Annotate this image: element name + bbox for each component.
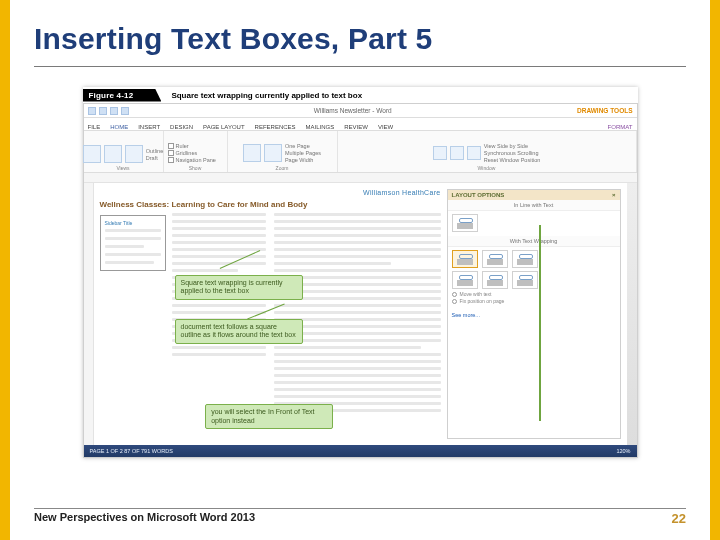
- hundred-pct-icon[interactable]: [264, 144, 282, 162]
- status-bar: PAGE 1 OF 2 87 OF 791 WORDS 120%: [84, 445, 637, 457]
- option-tight-wrap[interactable]: [482, 250, 508, 268]
- page-surface[interactable]: Williamson HealthCare Wellness Classes: …: [94, 183, 627, 445]
- zoom-icon[interactable]: [243, 144, 261, 162]
- tab-home[interactable]: HOME: [110, 124, 128, 130]
- tab-insert[interactable]: INSERT: [138, 124, 160, 130]
- word-titlebar: Williams Newsletter - Word DRAWING TOOLS: [84, 104, 637, 118]
- brand-text: Williamson HealthCare: [363, 189, 441, 196]
- ribbon: Outline Draft Views Ruler Gridlines Navi…: [84, 131, 637, 173]
- accent-bar-left: [0, 0, 10, 540]
- show-group-label: Show: [189, 164, 202, 172]
- web-layout-icon[interactable]: [125, 145, 143, 163]
- footer-text: New Perspectives on Microsoft Word 2013: [34, 511, 255, 526]
- word-icon: [88, 107, 96, 115]
- draft-label[interactable]: Draft: [146, 155, 163, 161]
- see-more-link[interactable]: See more...: [448, 310, 620, 320]
- quick-access-toolbar[interactable]: [88, 107, 129, 115]
- document-title: Williams Newsletter - Word: [129, 107, 578, 114]
- tight-wrap-icon: [486, 253, 504, 265]
- figure-wrap: Figure 4-12 Square text wrapping current…: [83, 87, 638, 458]
- tab-view[interactable]: VIEW: [378, 124, 393, 130]
- undo-icon[interactable]: [110, 107, 118, 115]
- multi-pages-label[interactable]: Multiple Pages: [285, 150, 321, 156]
- wrap-section-label: With Text Wrapping: [448, 236, 620, 247]
- views-group-label: Views: [116, 164, 129, 172]
- ruler-checkbox[interactable]: Ruler: [168, 143, 189, 149]
- status-zoom[interactable]: 120%: [616, 448, 630, 454]
- redo-icon[interactable]: [121, 107, 129, 115]
- status-left: PAGE 1 OF 2 87 OF 791 WORDS: [90, 448, 173, 454]
- in-front-text-icon: [516, 274, 534, 286]
- slide-content: Figure 4-12 Square text wrapping current…: [34, 87, 686, 458]
- vertical-ruler[interactable]: [84, 183, 94, 445]
- section-heading: Wellness Classes: Learning to Care for M…: [100, 200, 441, 209]
- save-icon[interactable]: [99, 107, 107, 115]
- reset-pos-label[interactable]: Reset Window Position: [484, 157, 541, 163]
- option-top-bottom-wrap[interactable]: [452, 271, 478, 289]
- behind-text-icon: [486, 274, 504, 286]
- read-mode-icon[interactable]: [83, 145, 101, 163]
- tab-file[interactable]: FILE: [88, 124, 101, 130]
- scrollbar-vertical[interactable]: [627, 183, 637, 445]
- new-window-icon[interactable]: [433, 146, 447, 160]
- radio-fix-position[interactable]: Fix position on page: [452, 298, 616, 304]
- close-icon[interactable]: ×: [612, 192, 616, 198]
- ribbon-group-views: Outline Draft Views: [84, 131, 164, 172]
- top-bottom-wrap-icon: [456, 274, 474, 286]
- gridlines-checkbox[interactable]: Gridlines: [168, 150, 198, 156]
- tab-design[interactable]: DESIGN: [170, 124, 193, 130]
- contextual-tab-group: DRAWING TOOLS: [577, 107, 633, 114]
- slide-number: 22: [672, 511, 686, 526]
- square-wrap-icon: [456, 253, 474, 265]
- figure-caption-bar: Figure 4-12 Square text wrapping current…: [83, 87, 638, 103]
- slide-title: Inserting Text Boxes, Part 5: [34, 18, 686, 67]
- sync-scroll-label[interactable]: Synchronous Scrolling: [484, 150, 541, 156]
- inline-section-label: In Line with Text: [448, 200, 620, 211]
- print-layout-icon[interactable]: [104, 145, 122, 163]
- option-in-front-text[interactable]: [512, 271, 538, 289]
- arrange-all-icon[interactable]: [450, 146, 464, 160]
- navpane-checkbox[interactable]: Navigation Pane: [168, 157, 216, 163]
- outline-label[interactable]: Outline: [146, 148, 163, 154]
- tab-page-layout[interactable]: PAGE LAYOUT: [203, 124, 244, 130]
- layout-options-panel: LAYOUT OPTIONS × In Line with Text With …: [447, 189, 621, 439]
- callout-text-flow: document text follows a square outline a…: [175, 319, 303, 344]
- option-behind-text[interactable]: [482, 271, 508, 289]
- tab-references[interactable]: REFERENCES: [255, 124, 296, 130]
- zoom-group-label: Zoom: [276, 164, 289, 172]
- tab-mailings[interactable]: MAILINGS: [306, 124, 335, 130]
- window-group-label: Window: [478, 164, 496, 172]
- textbox-title-placeholder: Sidebar Title: [105, 220, 161, 226]
- through-wrap-icon: [516, 253, 534, 265]
- option-inline[interactable]: [452, 214, 478, 232]
- document-main-column: Williamson HealthCare Wellness Classes: …: [100, 189, 441, 439]
- slide-footer: New Perspectives on Microsoft Word 2013 …: [34, 508, 686, 526]
- accent-bar-right: [710, 0, 720, 540]
- ribbon-group-window: View Side by Side Synchronous Scrolling …: [338, 131, 637, 172]
- inserted-text-box[interactable]: Sidebar Title: [100, 215, 166, 271]
- figure-description: Square text wrapping currently applied t…: [161, 91, 362, 100]
- layout-options-header: LAYOUT OPTIONS ×: [448, 190, 620, 200]
- tab-format[interactable]: FORMAT: [608, 124, 633, 130]
- ribbon-group-zoom: One Page Multiple Pages Page Width Zoom: [228, 131, 338, 172]
- inline-icon: [456, 217, 474, 229]
- horizontal-ruler[interactable]: [84, 173, 637, 183]
- word-window: Williams Newsletter - Word DRAWING TOOLS…: [83, 103, 638, 458]
- side-by-side-label[interactable]: View Side by Side: [484, 143, 541, 149]
- ribbon-tabs[interactable]: FILE HOME INSERT DESIGN PAGE LAYOUT REFE…: [84, 118, 637, 131]
- callout-in-front: you will select the In Front of Text opt…: [205, 404, 333, 429]
- arrow-icon: [539, 225, 540, 421]
- callout-square-wrap: Square text wrapping is currently applie…: [175, 275, 303, 300]
- tab-review[interactable]: REVIEW: [344, 124, 368, 130]
- layout-options-title: LAYOUT OPTIONS: [452, 192, 505, 198]
- one-page-label[interactable]: One Page: [285, 143, 321, 149]
- ribbon-group-show: Ruler Gridlines Navigation Pane Show: [164, 131, 228, 172]
- option-square-wrap[interactable]: [452, 250, 478, 268]
- option-through-wrap[interactable]: [512, 250, 538, 268]
- page-width-label[interactable]: Page Width: [285, 157, 321, 163]
- document-area: Williamson HealthCare Wellness Classes: …: [84, 183, 637, 445]
- split-icon[interactable]: [467, 146, 481, 160]
- radio-move-with-text[interactable]: Move with text: [452, 291, 616, 297]
- figure-number: Figure 4-12: [83, 89, 162, 102]
